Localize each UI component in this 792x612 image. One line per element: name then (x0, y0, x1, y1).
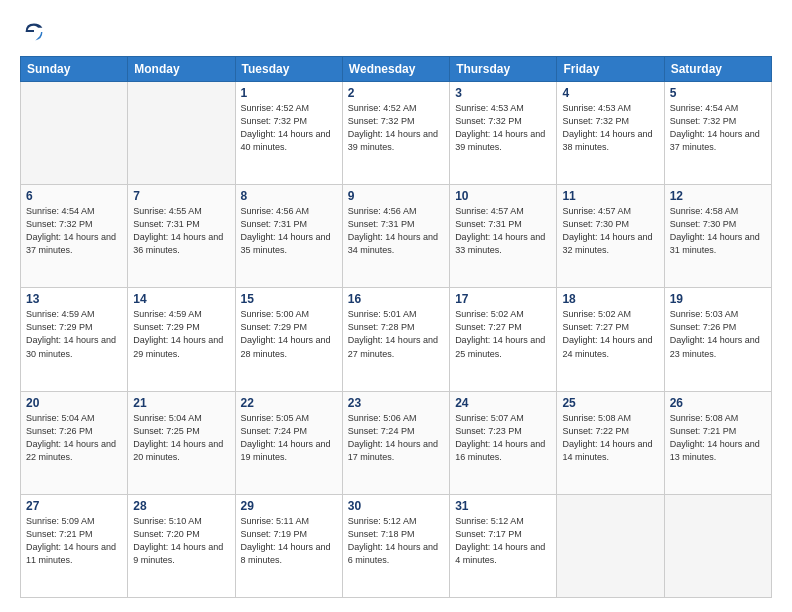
calendar-cell: 3Sunrise: 4:53 AMSunset: 7:32 PMDaylight… (450, 82, 557, 185)
day-number: 23 (348, 396, 444, 410)
calendar-cell: 4Sunrise: 4:53 AMSunset: 7:32 PMDaylight… (557, 82, 664, 185)
day-info: Sunrise: 4:56 AMSunset: 7:31 PMDaylight:… (241, 205, 337, 257)
day-info: Sunrise: 5:01 AMSunset: 7:28 PMDaylight:… (348, 308, 444, 360)
calendar-table: SundayMondayTuesdayWednesdayThursdayFrid… (20, 56, 772, 598)
calendar-cell (128, 82, 235, 185)
calendar-cell: 14Sunrise: 4:59 AMSunset: 7:29 PMDayligh… (128, 288, 235, 391)
day-number: 28 (133, 499, 229, 513)
day-info: Sunrise: 5:00 AMSunset: 7:29 PMDaylight:… (241, 308, 337, 360)
day-info: Sunrise: 5:06 AMSunset: 7:24 PMDaylight:… (348, 412, 444, 464)
calendar-cell (557, 494, 664, 597)
calendar-cell: 18Sunrise: 5:02 AMSunset: 7:27 PMDayligh… (557, 288, 664, 391)
calendar-cell: 31Sunrise: 5:12 AMSunset: 7:17 PMDayligh… (450, 494, 557, 597)
day-number: 18 (562, 292, 658, 306)
calendar-cell: 6Sunrise: 4:54 AMSunset: 7:32 PMDaylight… (21, 185, 128, 288)
day-number: 14 (133, 292, 229, 306)
header (20, 18, 772, 46)
calendar-cell: 22Sunrise: 5:05 AMSunset: 7:24 PMDayligh… (235, 391, 342, 494)
calendar-week-5: 27Sunrise: 5:09 AMSunset: 7:21 PMDayligh… (21, 494, 772, 597)
calendar-cell: 2Sunrise: 4:52 AMSunset: 7:32 PMDaylight… (342, 82, 449, 185)
day-info: Sunrise: 5:09 AMSunset: 7:21 PMDaylight:… (26, 515, 122, 567)
calendar-cell: 10Sunrise: 4:57 AMSunset: 7:31 PMDayligh… (450, 185, 557, 288)
day-info: Sunrise: 5:04 AMSunset: 7:25 PMDaylight:… (133, 412, 229, 464)
day-number: 11 (562, 189, 658, 203)
calendar-cell: 5Sunrise: 4:54 AMSunset: 7:32 PMDaylight… (664, 82, 771, 185)
logo (20, 18, 52, 46)
day-number: 19 (670, 292, 766, 306)
day-info: Sunrise: 5:02 AMSunset: 7:27 PMDaylight:… (562, 308, 658, 360)
logo-icon (20, 18, 48, 46)
calendar-cell: 12Sunrise: 4:58 AMSunset: 7:30 PMDayligh… (664, 185, 771, 288)
calendar-cell: 8Sunrise: 4:56 AMSunset: 7:31 PMDaylight… (235, 185, 342, 288)
day-info: Sunrise: 4:52 AMSunset: 7:32 PMDaylight:… (348, 102, 444, 154)
day-info: Sunrise: 5:07 AMSunset: 7:23 PMDaylight:… (455, 412, 551, 464)
day-info: Sunrise: 4:57 AMSunset: 7:31 PMDaylight:… (455, 205, 551, 257)
day-info: Sunrise: 4:59 AMSunset: 7:29 PMDaylight:… (133, 308, 229, 360)
calendar-cell: 28Sunrise: 5:10 AMSunset: 7:20 PMDayligh… (128, 494, 235, 597)
day-number: 22 (241, 396, 337, 410)
day-info: Sunrise: 5:08 AMSunset: 7:22 PMDaylight:… (562, 412, 658, 464)
calendar-cell: 26Sunrise: 5:08 AMSunset: 7:21 PMDayligh… (664, 391, 771, 494)
day-number: 6 (26, 189, 122, 203)
day-number: 10 (455, 189, 551, 203)
day-info: Sunrise: 5:11 AMSunset: 7:19 PMDaylight:… (241, 515, 337, 567)
day-number: 2 (348, 86, 444, 100)
day-number: 29 (241, 499, 337, 513)
calendar-cell: 9Sunrise: 4:56 AMSunset: 7:31 PMDaylight… (342, 185, 449, 288)
day-number: 25 (562, 396, 658, 410)
calendar-header-saturday: Saturday (664, 57, 771, 82)
day-info: Sunrise: 5:08 AMSunset: 7:21 PMDaylight:… (670, 412, 766, 464)
day-number: 13 (26, 292, 122, 306)
day-info: Sunrise: 4:55 AMSunset: 7:31 PMDaylight:… (133, 205, 229, 257)
day-info: Sunrise: 4:52 AMSunset: 7:32 PMDaylight:… (241, 102, 337, 154)
calendar-cell: 25Sunrise: 5:08 AMSunset: 7:22 PMDayligh… (557, 391, 664, 494)
calendar-cell: 7Sunrise: 4:55 AMSunset: 7:31 PMDaylight… (128, 185, 235, 288)
day-info: Sunrise: 4:53 AMSunset: 7:32 PMDaylight:… (562, 102, 658, 154)
calendar-week-1: 1Sunrise: 4:52 AMSunset: 7:32 PMDaylight… (21, 82, 772, 185)
day-number: 8 (241, 189, 337, 203)
day-info: Sunrise: 4:54 AMSunset: 7:32 PMDaylight:… (670, 102, 766, 154)
day-number: 15 (241, 292, 337, 306)
calendar-header-sunday: Sunday (21, 57, 128, 82)
day-info: Sunrise: 5:03 AMSunset: 7:26 PMDaylight:… (670, 308, 766, 360)
calendar-header-monday: Monday (128, 57, 235, 82)
calendar-week-4: 20Sunrise: 5:04 AMSunset: 7:26 PMDayligh… (21, 391, 772, 494)
calendar-week-3: 13Sunrise: 4:59 AMSunset: 7:29 PMDayligh… (21, 288, 772, 391)
day-info: Sunrise: 5:04 AMSunset: 7:26 PMDaylight:… (26, 412, 122, 464)
calendar-cell: 13Sunrise: 4:59 AMSunset: 7:29 PMDayligh… (21, 288, 128, 391)
calendar-cell: 21Sunrise: 5:04 AMSunset: 7:25 PMDayligh… (128, 391, 235, 494)
day-number: 17 (455, 292, 551, 306)
day-info: Sunrise: 5:05 AMSunset: 7:24 PMDaylight:… (241, 412, 337, 464)
day-number: 20 (26, 396, 122, 410)
day-number: 9 (348, 189, 444, 203)
calendar-cell (21, 82, 128, 185)
calendar-week-2: 6Sunrise: 4:54 AMSunset: 7:32 PMDaylight… (21, 185, 772, 288)
day-info: Sunrise: 4:53 AMSunset: 7:32 PMDaylight:… (455, 102, 551, 154)
day-info: Sunrise: 5:02 AMSunset: 7:27 PMDaylight:… (455, 308, 551, 360)
calendar-cell: 20Sunrise: 5:04 AMSunset: 7:26 PMDayligh… (21, 391, 128, 494)
calendar-header-tuesday: Tuesday (235, 57, 342, 82)
day-number: 21 (133, 396, 229, 410)
calendar-header-row: SundayMondayTuesdayWednesdayThursdayFrid… (21, 57, 772, 82)
calendar-header-thursday: Thursday (450, 57, 557, 82)
calendar-cell: 16Sunrise: 5:01 AMSunset: 7:28 PMDayligh… (342, 288, 449, 391)
calendar-cell: 1Sunrise: 4:52 AMSunset: 7:32 PMDaylight… (235, 82, 342, 185)
calendar-cell: 30Sunrise: 5:12 AMSunset: 7:18 PMDayligh… (342, 494, 449, 597)
day-number: 1 (241, 86, 337, 100)
day-number: 31 (455, 499, 551, 513)
calendar-header-wednesday: Wednesday (342, 57, 449, 82)
day-info: Sunrise: 5:12 AMSunset: 7:18 PMDaylight:… (348, 515, 444, 567)
day-info: Sunrise: 5:10 AMSunset: 7:20 PMDaylight:… (133, 515, 229, 567)
calendar-cell: 23Sunrise: 5:06 AMSunset: 7:24 PMDayligh… (342, 391, 449, 494)
day-info: Sunrise: 4:58 AMSunset: 7:30 PMDaylight:… (670, 205, 766, 257)
calendar-cell: 27Sunrise: 5:09 AMSunset: 7:21 PMDayligh… (21, 494, 128, 597)
day-info: Sunrise: 4:54 AMSunset: 7:32 PMDaylight:… (26, 205, 122, 257)
day-number: 4 (562, 86, 658, 100)
day-number: 5 (670, 86, 766, 100)
day-info: Sunrise: 4:57 AMSunset: 7:30 PMDaylight:… (562, 205, 658, 257)
calendar-cell: 17Sunrise: 5:02 AMSunset: 7:27 PMDayligh… (450, 288, 557, 391)
calendar-cell (664, 494, 771, 597)
calendar-cell: 19Sunrise: 5:03 AMSunset: 7:26 PMDayligh… (664, 288, 771, 391)
day-info: Sunrise: 5:12 AMSunset: 7:17 PMDaylight:… (455, 515, 551, 567)
calendar-cell: 15Sunrise: 5:00 AMSunset: 7:29 PMDayligh… (235, 288, 342, 391)
